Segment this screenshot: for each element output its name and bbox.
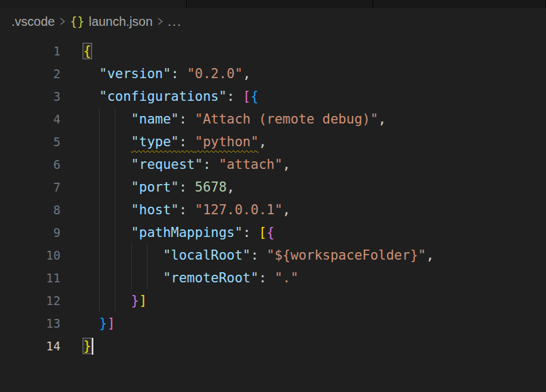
code-token: : [251, 248, 267, 263]
code-token [83, 134, 131, 149]
code-line[interactable]: 1{ [0, 40, 546, 62]
chevron-right-icon [59, 16, 66, 26]
code-token: : [179, 134, 195, 149]
line-number[interactable]: 1 [0, 40, 61, 62]
code-token [83, 66, 99, 81]
matched-bracket: { [83, 43, 91, 59]
code-token: , [258, 134, 267, 149]
matched-bracket: } [83, 338, 91, 354]
code-token: , [227, 180, 235, 195]
code-editor[interactable]: 1{2 "version": "0.2.0",3 "configurations… [0, 35, 546, 392]
code-token: } [131, 293, 139, 308]
code-token: ] [107, 316, 115, 331]
code-line[interactable]: 6 "request": "attach", [0, 153, 546, 176]
code-token: [ [258, 225, 267, 240]
code-token: "version" [99, 66, 171, 81]
code-token: "request" [131, 157, 203, 172]
code-line[interactable]: 3 "configurations": [{ [0, 85, 546, 108]
code-text: "configurations": [{ [83, 85, 258, 108]
code-token: "host" [131, 202, 179, 217]
code-token: "." [274, 270, 298, 285]
code-token: : [171, 66, 187, 81]
code-line[interactable]: 13 }] [0, 312, 546, 335]
code-token: { [267, 225, 275, 240]
code-token [83, 180, 131, 195]
code-line[interactable]: 14} [0, 335, 546, 357]
json-file-icon: {} [70, 14, 84, 28]
code-token [83, 202, 131, 217]
line-number[interactable]: 5 [0, 130, 61, 153]
line-number[interactable]: 4 [0, 108, 61, 130]
code-token: : [179, 202, 195, 217]
code-token: "attach" [219, 157, 282, 172]
code-token [83, 157, 131, 172]
breadcrumb-folder[interactable]: .vscode [11, 14, 55, 29]
code-token: "type" [131, 134, 179, 149]
code-token: { [251, 89, 259, 104]
code-token: , [426, 248, 434, 263]
code-token: [ [243, 89, 251, 104]
code-token: "localRoot" [163, 248, 250, 263]
code-token: , [378, 112, 386, 127]
code-token: : [179, 180, 195, 195]
code-token: 5678 [195, 180, 227, 195]
code-token: , [282, 157, 291, 172]
code-token [83, 270, 163, 285]
code-text: "localRoot": "${workspaceFolder}", [83, 244, 434, 267]
code-line[interactable]: 9 "pathMappings": [{ [0, 221, 546, 244]
line-number[interactable]: 2 [0, 62, 61, 85]
code-text: "request": "attach", [83, 153, 291, 176]
code-text: "remoteRoot": "." [83, 267, 298, 289]
line-number[interactable]: 9 [0, 221, 61, 244]
line-number[interactable]: 11 [0, 267, 61, 289]
code-text: }] [83, 312, 115, 335]
editor-tab[interactable] [0, 0, 187, 8]
code-token [83, 316, 99, 331]
code-line[interactable]: 8 "host": "127.0.0.1", [0, 199, 546, 221]
code-token: "name" [131, 112, 179, 127]
code-token: "configurations" [99, 89, 226, 104]
code-token: "0.2.0" [187, 66, 243, 81]
editor-tab[interactable] [373, 0, 546, 8]
code-text: "name": "Attach (remote debug)", [83, 108, 386, 130]
chevron-right-icon [157, 16, 163, 26]
line-number[interactable]: 7 [0, 176, 61, 199]
code-token: } [99, 316, 107, 331]
code-token: "port" [131, 180, 179, 195]
code-token: , [243, 66, 251, 81]
code-lines: 1{2 "version": "0.2.0",3 "configurations… [0, 40, 546, 357]
line-number[interactable]: 14 [0, 335, 61, 357]
line-number[interactable]: 12 [0, 289, 61, 312]
code-token: "${workspaceFolder}" [267, 248, 426, 263]
code-token [83, 112, 131, 127]
code-line[interactable]: 11 "remoteRoot": "." [0, 267, 546, 289]
code-token: "remoteRoot" [163, 270, 258, 285]
line-number[interactable]: 6 [0, 153, 61, 176]
breadcrumb-file[interactable]: launch.json [89, 14, 153, 29]
code-line[interactable]: 10 "localRoot": "${workspaceFolder}", [0, 244, 546, 267]
code-token: ] [139, 293, 148, 308]
code-line[interactable]: 7 "port": 5678, [0, 176, 546, 199]
text-cursor [92, 338, 93, 355]
code-token: "pathMappings" [131, 225, 243, 240]
code-text: "host": "127.0.0.1", [83, 199, 291, 221]
code-line[interactable]: 2 "version": "0.2.0", [0, 62, 546, 85]
code-text: "version": "0.2.0", [83, 62, 251, 85]
code-line[interactable]: 5 "type": "python", [0, 130, 546, 153]
line-number[interactable]: 10 [0, 244, 61, 267]
code-text: }] [83, 289, 147, 312]
code-line[interactable]: 12 }] [0, 289, 546, 312]
code-token: : [243, 225, 258, 240]
code-token [83, 225, 131, 240]
line-number[interactable]: 3 [0, 85, 61, 108]
code-text: "pathMappings": [{ [83, 221, 274, 244]
line-number[interactable]: 8 [0, 199, 61, 221]
code-token: : [203, 157, 219, 172]
code-token: "python" [195, 134, 258, 149]
editor-tab[interactable] [187, 0, 373, 8]
code-token: : [179, 112, 195, 127]
line-number[interactable]: 13 [0, 312, 61, 335]
breadcrumb-more[interactable]: ... [168, 14, 182, 29]
code-line[interactable]: 4 "name": "Attach (remote debug)", [0, 108, 546, 130]
code-token: , [282, 202, 291, 217]
